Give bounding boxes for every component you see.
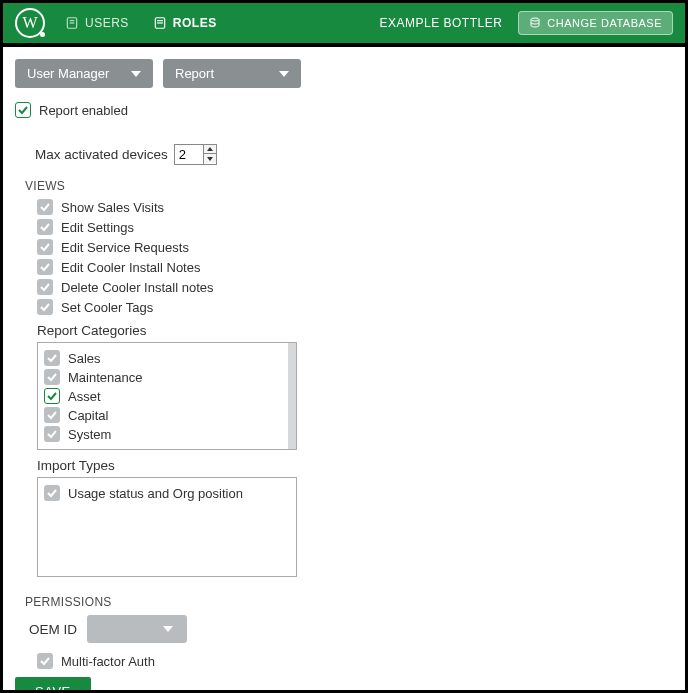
category-item[interactable]: Maintenance <box>44 369 290 385</box>
category-label: Maintenance <box>68 370 142 385</box>
category-item[interactable]: Capital <box>44 407 290 423</box>
views-list: Show Sales VisitsEdit SettingsEdit Servi… <box>37 199 673 315</box>
category-item[interactable]: System <box>44 426 290 442</box>
roles-icon <box>153 16 167 30</box>
category-checkbox[interactable] <box>44 388 60 404</box>
users-icon <box>65 16 79 30</box>
views-item-label: Edit Settings <box>61 220 134 235</box>
import-types-heading: Import Types <box>37 458 673 473</box>
topbar: W USERS ROLES EXAMPLE BOTTLER CHANGE DAT… <box>3 3 685 43</box>
stepper-down[interactable] <box>204 154 216 163</box>
save-button[interactable]: SAVE <box>15 677 91 693</box>
views-item: Edit Service Requests <box>37 239 673 255</box>
views-item-label: Edit Service Requests <box>61 240 189 255</box>
view-selected: Report <box>175 66 214 81</box>
svg-point-6 <box>531 18 539 21</box>
stepper-up[interactable] <box>204 145 216 154</box>
nav-users-label: USERS <box>85 16 129 30</box>
category-checkbox[interactable] <box>44 350 60 366</box>
views-checkbox[interactable] <box>37 299 53 315</box>
chevron-down-icon <box>279 71 289 77</box>
nav-users[interactable]: USERS <box>65 16 129 30</box>
category-label: Asset <box>68 389 101 404</box>
views-heading: VIEWS <box>25 179 673 193</box>
chevron-down-icon <box>163 626 173 632</box>
views-item-label: Edit Cooler Install Notes <box>61 260 200 275</box>
views-item: Edit Settings <box>37 219 673 235</box>
logo: W <box>15 8 45 38</box>
mfa-label: Multi-factor Auth <box>61 654 155 669</box>
scrollbar[interactable] <box>288 343 296 449</box>
brand-name: EXAMPLE BOTTLER <box>379 16 502 30</box>
views-item-label: Delete Cooler Install notes <box>61 280 213 295</box>
content: User Manager Report Report enabled Max a… <box>3 47 685 693</box>
import-type-label: Usage status and Org position <box>68 486 243 501</box>
report-categories-listbox[interactable]: SalesMaintenanceAssetCapitalSystem <box>37 342 297 450</box>
max-devices-stepper[interactable] <box>174 144 217 165</box>
views-item: Show Sales Visits <box>37 199 673 215</box>
category-label: Sales <box>68 351 101 366</box>
import-types-listbox[interactable]: Usage status and Org position <box>37 477 297 577</box>
max-devices-label: Max activated devices <box>35 147 168 162</box>
report-enabled-label: Report enabled <box>39 103 128 118</box>
database-icon <box>529 17 541 29</box>
permissions-heading: PERMISSIONS <box>25 595 673 609</box>
views-checkbox[interactable] <box>37 219 53 235</box>
category-label: Capital <box>68 408 108 423</box>
chevron-down-icon <box>131 71 141 77</box>
report-enabled-checkbox[interactable] <box>15 102 31 118</box>
views-item: Edit Cooler Install Notes <box>37 259 673 275</box>
svg-rect-5 <box>157 22 163 23</box>
category-item[interactable]: Sales <box>44 350 290 366</box>
category-checkbox[interactable] <box>44 369 60 385</box>
oem-id-label: OEM ID <box>29 622 77 637</box>
import-type-item[interactable]: Usage status and Org position <box>44 485 290 501</box>
mfa-checkbox[interactable] <box>37 653 53 669</box>
view-dropdown[interactable]: Report <box>163 59 301 88</box>
category-checkbox[interactable] <box>44 407 60 423</box>
report-categories-heading: Report Categories <box>37 323 673 338</box>
import-type-checkbox[interactable] <box>44 485 60 501</box>
nav-roles-label: ROLES <box>173 16 217 30</box>
change-db-label: CHANGE DATABASE <box>547 17 662 29</box>
change-database-button[interactable]: CHANGE DATABASE <box>518 11 673 35</box>
nav-roles[interactable]: ROLES <box>153 16 217 30</box>
max-devices-input[interactable] <box>175 145 203 164</box>
views-item: Set Cooler Tags <box>37 299 673 315</box>
views-checkbox[interactable] <box>37 259 53 275</box>
views-checkbox[interactable] <box>37 279 53 295</box>
module-selected: User Manager <box>27 66 109 81</box>
oem-id-dropdown[interactable] <box>87 615 187 643</box>
category-item[interactable]: Asset <box>44 388 290 404</box>
svg-rect-4 <box>157 20 163 21</box>
views-checkbox[interactable] <box>37 199 53 215</box>
category-checkbox[interactable] <box>44 426 60 442</box>
views-item-label: Show Sales Visits <box>61 200 164 215</box>
views-checkbox[interactable] <box>37 239 53 255</box>
category-label: System <box>68 427 111 442</box>
module-dropdown[interactable]: User Manager <box>15 59 153 88</box>
views-item-label: Set Cooler Tags <box>61 300 153 315</box>
views-item: Delete Cooler Install notes <box>37 279 673 295</box>
